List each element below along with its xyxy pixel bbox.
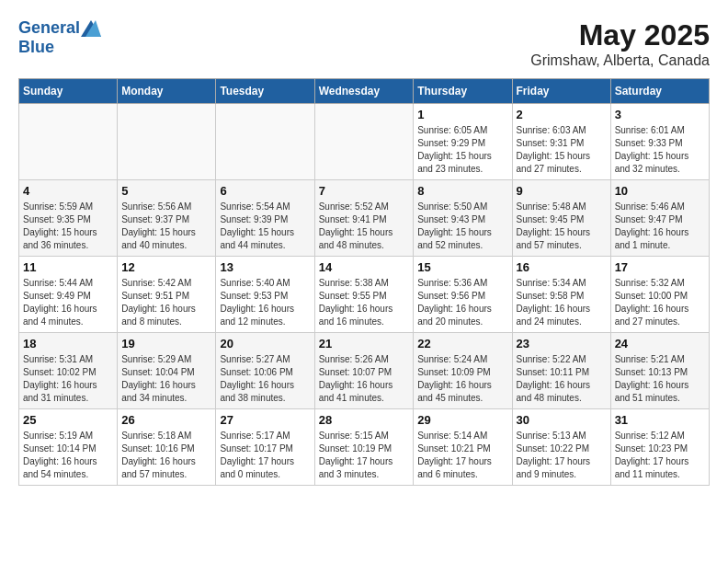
day-info: Sunrise: 5:42 AM Sunset: 9:51 PM Dayligh… (121, 277, 211, 328)
weekday-header: Tuesday (216, 79, 314, 104)
logo-icon (81, 20, 101, 37)
day-number: 9 (517, 184, 607, 198)
calendar-cell (118, 104, 216, 180)
location: Grimshaw, Alberta, Canada (530, 52, 710, 69)
calendar-cell: 23Sunrise: 5:22 AM Sunset: 10:11 PM Dayl… (512, 333, 610, 409)
calendar-cell: 16Sunrise: 5:34 AM Sunset: 9:58 PM Dayli… (512, 257, 610, 333)
day-info: Sunrise: 5:19 AM Sunset: 10:14 PM Daylig… (23, 430, 113, 481)
day-info: Sunrise: 5:34 AM Sunset: 9:58 PM Dayligh… (517, 277, 607, 328)
calendar-cell: 13Sunrise: 5:40 AM Sunset: 9:53 PM Dayli… (216, 257, 314, 333)
calendar-week-row: 25Sunrise: 5:19 AM Sunset: 10:14 PM Dayl… (19, 409, 710, 486)
calendar-week-row: 11Sunrise: 5:44 AM Sunset: 9:49 PM Dayli… (19, 257, 710, 333)
day-info: Sunrise: 5:24 AM Sunset: 10:09 PM Daylig… (417, 353, 507, 405)
calendar-cell (314, 104, 414, 180)
weekday-header-row: SundayMondayTuesdayWednesdayThursdayFrid… (19, 79, 710, 104)
day-info: Sunrise: 5:17 AM Sunset: 10:17 PM Daylig… (220, 430, 310, 481)
day-info: Sunrise: 5:50 AM Sunset: 9:43 PM Dayligh… (417, 201, 507, 252)
day-info: Sunrise: 5:12 AM Sunset: 10:23 PM Daylig… (615, 430, 705, 481)
day-number: 18 (23, 337, 113, 350)
day-info: Sunrise: 5:14 AM Sunset: 10:21 PM Daylig… (417, 430, 507, 481)
day-info: Sunrise: 5:46 AM Sunset: 9:47 PM Dayligh… (615, 201, 705, 252)
day-number: 10 (615, 184, 705, 198)
calendar-cell (19, 104, 118, 180)
day-number: 6 (220, 184, 310, 198)
weekday-header: Saturday (610, 79, 709, 104)
calendar-cell: 9Sunrise: 5:48 AM Sunset: 9:45 PM Daylig… (512, 180, 610, 257)
day-info: Sunrise: 5:40 AM Sunset: 9:53 PM Dayligh… (220, 277, 310, 328)
day-info: Sunrise: 5:21 AM Sunset: 10:13 PM Daylig… (615, 353, 705, 405)
calendar-cell: 19Sunrise: 5:29 AM Sunset: 10:04 PM Dayl… (118, 333, 216, 409)
calendar-cell: 10Sunrise: 5:46 AM Sunset: 9:47 PM Dayli… (610, 180, 709, 257)
day-number: 20 (220, 337, 310, 350)
day-info: Sunrise: 5:26 AM Sunset: 10:07 PM Daylig… (319, 353, 410, 405)
calendar-week-row: 4Sunrise: 5:59 AM Sunset: 9:35 PM Daylig… (19, 180, 710, 257)
calendar-cell: 5Sunrise: 5:56 AM Sunset: 9:37 PM Daylig… (118, 180, 216, 257)
month-title: May 2025 (530, 18, 710, 52)
day-info: Sunrise: 6:01 AM Sunset: 9:33 PM Dayligh… (615, 124, 705, 176)
day-info: Sunrise: 5:36 AM Sunset: 9:56 PM Dayligh… (417, 277, 507, 328)
weekday-header: Wednesday (314, 79, 414, 104)
day-number: 19 (121, 337, 211, 350)
day-number: 15 (417, 260, 507, 274)
page-header: General Blue May 2025 Grimshaw, Alberta,… (18, 18, 710, 69)
weekday-header: Sunday (19, 79, 118, 104)
calendar-cell: 4Sunrise: 5:59 AM Sunset: 9:35 PM Daylig… (19, 180, 118, 257)
calendar-cell: 12Sunrise: 5:42 AM Sunset: 9:51 PM Dayli… (118, 257, 216, 333)
calendar-table: SundayMondayTuesdayWednesdayThursdayFrid… (18, 78, 710, 486)
day-info: Sunrise: 5:48 AM Sunset: 9:45 PM Dayligh… (517, 201, 607, 252)
calendar-cell: 3Sunrise: 6:01 AM Sunset: 9:33 PM Daylig… (610, 104, 709, 180)
calendar-cell: 15Sunrise: 5:36 AM Sunset: 9:56 PM Dayli… (414, 257, 512, 333)
day-info: Sunrise: 5:38 AM Sunset: 9:55 PM Dayligh… (319, 277, 410, 328)
day-info: Sunrise: 5:27 AM Sunset: 10:06 PM Daylig… (220, 353, 310, 405)
calendar-cell: 6Sunrise: 5:54 AM Sunset: 9:39 PM Daylig… (216, 180, 314, 257)
calendar-cell: 26Sunrise: 5:18 AM Sunset: 10:16 PM Dayl… (118, 409, 216, 486)
logo-text: General (18, 18, 102, 39)
weekday-header: Friday (512, 79, 610, 104)
calendar-week-row: 1Sunrise: 6:05 AM Sunset: 9:29 PM Daylig… (19, 104, 710, 180)
day-number: 26 (121, 413, 211, 427)
calendar-cell: 8Sunrise: 5:50 AM Sunset: 9:43 PM Daylig… (414, 180, 512, 257)
weekday-header: Thursday (414, 79, 512, 104)
day-info: Sunrise: 5:56 AM Sunset: 9:37 PM Dayligh… (121, 201, 211, 252)
day-number: 11 (23, 260, 113, 274)
weekday-header: Monday (118, 79, 216, 104)
calendar-cell (216, 104, 314, 180)
day-number: 7 (319, 184, 410, 198)
calendar-cell: 29Sunrise: 5:14 AM Sunset: 10:21 PM Dayl… (414, 409, 512, 486)
calendar-cell: 31Sunrise: 5:12 AM Sunset: 10:23 PM Dayl… (610, 409, 709, 486)
day-number: 14 (319, 260, 410, 274)
day-number: 2 (517, 108, 607, 121)
day-number: 22 (417, 337, 507, 350)
calendar-cell: 18Sunrise: 5:31 AM Sunset: 10:02 PM Dayl… (19, 333, 118, 409)
calendar-cell: 2Sunrise: 6:03 AM Sunset: 9:31 PM Daylig… (512, 104, 610, 180)
day-info: Sunrise: 5:15 AM Sunset: 10:19 PM Daylig… (319, 430, 410, 481)
day-info: Sunrise: 5:52 AM Sunset: 9:41 PM Dayligh… (319, 201, 410, 252)
day-number: 23 (517, 337, 607, 350)
day-number: 27 (220, 413, 310, 427)
day-number: 1 (417, 108, 507, 121)
calendar-cell: 24Sunrise: 5:21 AM Sunset: 10:13 PM Dayl… (610, 333, 709, 409)
day-number: 25 (23, 413, 113, 427)
day-info: Sunrise: 5:54 AM Sunset: 9:39 PM Dayligh… (220, 201, 310, 252)
logo: General Blue (18, 18, 102, 55)
logo-blue: Blue (18, 39, 102, 55)
calendar-cell: 22Sunrise: 5:24 AM Sunset: 10:09 PM Dayl… (414, 333, 512, 409)
calendar-cell: 28Sunrise: 5:15 AM Sunset: 10:19 PM Dayl… (314, 409, 414, 486)
calendar-cell: 7Sunrise: 5:52 AM Sunset: 9:41 PM Daylig… (314, 180, 414, 257)
day-info: Sunrise: 6:03 AM Sunset: 9:31 PM Dayligh… (517, 124, 607, 176)
day-number: 12 (121, 260, 211, 274)
calendar-cell: 25Sunrise: 5:19 AM Sunset: 10:14 PM Dayl… (19, 409, 118, 486)
day-number: 5 (121, 184, 211, 198)
calendar-cell: 27Sunrise: 5:17 AM Sunset: 10:17 PM Dayl… (216, 409, 314, 486)
day-info: Sunrise: 6:05 AM Sunset: 9:29 PM Dayligh… (417, 124, 507, 176)
calendar-cell: 20Sunrise: 5:27 AM Sunset: 10:06 PM Dayl… (216, 333, 314, 409)
day-info: Sunrise: 5:22 AM Sunset: 10:11 PM Daylig… (517, 353, 607, 405)
calendar-week-row: 18Sunrise: 5:31 AM Sunset: 10:02 PM Dayl… (19, 333, 710, 409)
calendar-cell: 1Sunrise: 6:05 AM Sunset: 9:29 PM Daylig… (414, 104, 512, 180)
day-number: 21 (319, 337, 410, 350)
calendar-cell: 14Sunrise: 5:38 AM Sunset: 9:55 PM Dayli… (314, 257, 414, 333)
day-number: 13 (220, 260, 310, 274)
day-number: 29 (417, 413, 507, 427)
day-number: 8 (417, 184, 507, 198)
calendar-cell: 11Sunrise: 5:44 AM Sunset: 9:49 PM Dayli… (19, 257, 118, 333)
